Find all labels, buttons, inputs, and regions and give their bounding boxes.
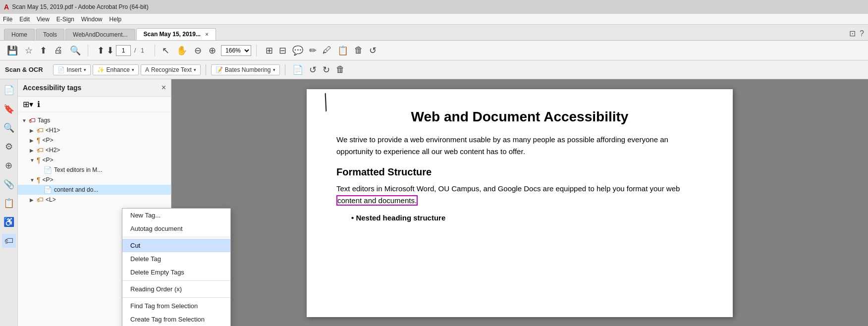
tree-p2[interactable]: ▼ ¶ <P> bbox=[18, 155, 171, 165]
fit-page-icon[interactable]: ⊞ bbox=[264, 44, 275, 57]
ctx-find-tag[interactable]: Find Tag from Selection bbox=[122, 299, 230, 313]
tags-panel-close-btn[interactable]: × bbox=[162, 83, 166, 92]
delete-icon[interactable]: 🗑 bbox=[352, 44, 365, 56]
highlight-icon[interactable]: 🖊 bbox=[321, 44, 333, 56]
tags-info-icon[interactable]: ℹ bbox=[37, 100, 40, 109]
sidebar-layers-icon[interactable]: ⊕ bbox=[2, 159, 16, 172]
tab-tools[interactable]: Tools bbox=[36, 29, 64, 40]
tree-root[interactable]: ▼ 🏷 Tags bbox=[18, 115, 171, 125]
pencil-icon[interactable]: ✏ bbox=[307, 44, 319, 57]
tree-h2[interactable]: ▶ 🏷 <H2> bbox=[18, 145, 171, 155]
sec-delete-icon[interactable]: 🗑 bbox=[334, 63, 347, 76]
tab-close-icon[interactable]: × bbox=[205, 31, 208, 37]
tab-scan[interactable]: Scan May 15, 2019... × bbox=[136, 28, 216, 40]
tree-l[interactable]: ▶ 🏷 <L> bbox=[18, 195, 171, 205]
tab-bar: Home Tools WebAndDocument... Scan May 15… bbox=[0, 25, 868, 41]
sidebar-search-icon[interactable]: 🔍 bbox=[2, 121, 16, 135]
tree-p3-child-label: content and do... bbox=[54, 186, 98, 193]
menu-edit[interactable]: Edit bbox=[19, 16, 30, 23]
insert-btn[interactable]: 📄 Insert ▾ bbox=[53, 64, 91, 75]
tree-p3-child[interactable]: 📄 content and do... bbox=[18, 185, 171, 195]
sec-sep-2 bbox=[285, 64, 285, 75]
ctx-new-tag[interactable]: New Tag... bbox=[122, 209, 230, 222]
sidebar-tools-icon[interactable]: ⚙ bbox=[2, 140, 16, 154]
menu-file[interactable]: File bbox=[3, 16, 12, 23]
bates-numbering-btn[interactable]: 📝 Bates Numbering ▾ bbox=[211, 64, 280, 75]
zoom-select[interactable]: 166% 100% 150% 200% bbox=[221, 45, 251, 56]
stamp-icon[interactable]: 📋 bbox=[335, 44, 350, 57]
tree-p2-child-icon: 📄 bbox=[44, 166, 52, 174]
sidebar-attach-icon[interactable]: 📎 bbox=[2, 177, 16, 191]
search-icon[interactable]: 🔍 bbox=[68, 44, 83, 57]
page-number-input[interactable] bbox=[116, 45, 131, 56]
ctx-delete-empty[interactable]: Delete Empty Tags bbox=[122, 266, 230, 279]
cursor-tool-icon[interactable]: ↖ bbox=[160, 44, 171, 57]
doc-heading-2: Formatted Structure bbox=[336, 166, 703, 178]
ctx-autotag[interactable]: Autotag document bbox=[122, 222, 230, 235]
sec-tool-icon-1[interactable]: 📄 bbox=[290, 63, 305, 76]
enhance-btn[interactable]: ✨ Enhance ▾ bbox=[93, 64, 139, 75]
annotation-pencil-mark: ╱ bbox=[318, 93, 333, 111]
menu-esign[interactable]: E-Sign bbox=[56, 16, 74, 23]
tab-webdoc[interactable]: WebAndDocument... bbox=[65, 29, 135, 40]
ctx-delete-tag[interactable]: Delete Tag bbox=[122, 252, 230, 266]
prev-page-btn[interactable]: ⬆ bbox=[97, 45, 105, 56]
menu-help[interactable]: Help bbox=[109, 16, 122, 23]
page-nav: ⬆ ⬇ / 1 bbox=[97, 45, 146, 56]
zoom-in-icon[interactable]: ⊕ bbox=[207, 44, 218, 57]
recognize-icon: A bbox=[145, 66, 149, 73]
redo-icon[interactable]: ↺ bbox=[367, 44, 379, 57]
sidebar-pages-icon[interactable]: 📄 bbox=[2, 83, 16, 97]
tree-p1-arrow-icon: ▶ bbox=[30, 138, 35, 143]
tree-h1[interactable]: ▶ 🏷 <H1> bbox=[18, 125, 171, 135]
tree-p3-arrow-icon: ▼ bbox=[30, 177, 35, 183]
ctx-cut[interactable]: Cut bbox=[122, 239, 230, 252]
menu-window[interactable]: Window bbox=[81, 16, 103, 23]
grid-icon[interactable]: ⊟ bbox=[277, 44, 288, 57]
tree-root-label: Tags bbox=[38, 117, 50, 124]
ctx-create-tag[interactable]: Create Tag from Selection bbox=[122, 313, 230, 326]
tab-help-icon[interactable]: ? bbox=[860, 29, 864, 38]
print-icon[interactable]: 🖨 bbox=[52, 44, 65, 56]
upload-icon[interactable]: ⬆ bbox=[38, 44, 49, 57]
bates-icon: 📝 bbox=[216, 66, 223, 73]
ctx-sep-1 bbox=[122, 237, 230, 237]
tree-root-icon: 🏷 bbox=[29, 116, 36, 124]
doc-para-2-highlight: content and documents. bbox=[336, 195, 418, 206]
sidebar-tags-icon[interactable]: 🏷 bbox=[2, 234, 16, 248]
ctx-sep-2 bbox=[122, 280, 230, 281]
menu-view[interactable]: View bbox=[37, 16, 50, 23]
page-total: 1 bbox=[141, 47, 144, 54]
tree-p3[interactable]: ▼ ¶ <P> bbox=[18, 175, 171, 185]
tab-home[interactable]: Home bbox=[4, 29, 35, 40]
sec-undo-icon[interactable]: ↺ bbox=[307, 63, 319, 76]
tab-fullscreen-icon[interactable]: ⊡ bbox=[849, 29, 856, 38]
sidebar-accessibility-icon[interactable]: ♿ bbox=[2, 215, 16, 229]
tags-panel-toolbar: ⊞▾ ℹ bbox=[18, 97, 171, 112]
tags-options-icon[interactable]: ⊞▾ bbox=[23, 100, 33, 109]
tree-p1[interactable]: ▶ ¶ <P> bbox=[18, 135, 171, 145]
next-page-btn[interactable]: ⬇ bbox=[107, 45, 114, 56]
recognize-text-btn[interactable]: A Recognize Text ▾ bbox=[141, 64, 201, 75]
context-menu: New Tag... Autotag document Cut Delete T… bbox=[122, 208, 231, 326]
save-icon[interactable]: 💾 bbox=[5, 44, 20, 57]
doc-para-1: We strive to provide a web environment u… bbox=[336, 134, 703, 158]
sidebar-bookmarks-icon[interactable]: 🔖 bbox=[2, 102, 16, 116]
sidebar-nav-icon[interactable]: 📋 bbox=[2, 196, 16, 210]
toolbar-sep-1 bbox=[88, 45, 88, 56]
bates-arrow-icon: ▾ bbox=[273, 67, 275, 72]
toolbar-sep-3 bbox=[256, 45, 257, 56]
secondary-toolbar-title: Scan & OCR bbox=[5, 66, 43, 73]
zoom-out-icon[interactable]: ⊖ bbox=[192, 44, 204, 57]
doc-bullet-1: • Nested heading structure bbox=[351, 214, 703, 222]
annotation-tools: ⊞ ⊟ 💬 ✏ 🖊 📋 🗑 ↺ bbox=[264, 44, 379, 57]
tree-h2-icon: 🏷 bbox=[37, 146, 44, 154]
hand-tool-icon[interactable]: ✋ bbox=[174, 44, 189, 57]
ctx-reading-order[interactable]: Reading Order (x) bbox=[122, 282, 230, 296]
tree-h2-label: <H2> bbox=[46, 147, 60, 154]
tree-p2-child[interactable]: 📄 Text editors in M... bbox=[18, 165, 171, 175]
tree-p2-arrow-icon: ▼ bbox=[30, 158, 35, 163]
sec-redo-icon[interactable]: ↻ bbox=[321, 63, 332, 76]
comment-icon[interactable]: 💬 bbox=[290, 44, 305, 57]
bookmark-icon[interactable]: ☆ bbox=[23, 44, 35, 57]
